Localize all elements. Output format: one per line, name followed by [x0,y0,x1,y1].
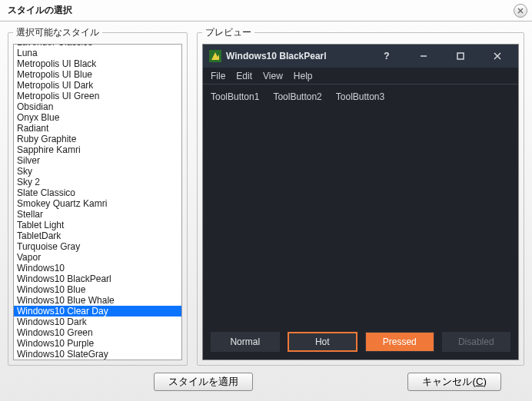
list-item[interactable]: Ruby Graphite [14,134,181,144]
right-column: プレビュー Windows10 BlackPearl ? [197,26,524,366]
list-item[interactable]: Silver [14,155,181,166]
menu-help[interactable]: Help [294,71,313,81]
styles-legend: 選択可能なスタイル [13,26,102,39]
styles-group: 選択可能なスタイル Lavender ClassicoLunaMetropoli… [8,26,188,366]
list-item[interactable]: Luna [14,48,181,58]
toolbutton-3[interactable]: ToolButton3 [336,91,384,102]
preview-window: Windows10 BlackPearl ? File Edit [202,44,519,360]
cancel-mnemonic: C [476,376,484,387]
state-disabled-button: Disabled [442,332,511,352]
list-item[interactable]: Metropolis UI Blue [14,69,181,80]
list-item[interactable]: Obsidian [14,101,181,112]
app-icon [209,50,221,62]
list-item[interactable]: Metropolis UI Green [14,91,181,101]
list-item[interactable]: Windows10 BlackPearl [14,273,181,284]
menu-view[interactable]: View [263,71,283,81]
state-pressed-button[interactable]: Pressed [365,332,434,352]
svg-rect-1 [457,53,464,59]
preview-menubar: File Edit View Help [203,68,518,85]
list-item[interactable]: TabletDark [14,230,181,241]
apply-style-button[interactable]: スタイルを適用 [154,373,253,391]
list-item[interactable]: Radiant [14,123,181,134]
left-column: 選択可能なスタイル Lavender ClassicoLunaMetropoli… [8,26,188,366]
list-item[interactable]: Stellar [14,209,181,220]
preview-titlebar: Windows10 BlackPearl ? [203,45,518,68]
content: 選択可能なスタイル Lavender ClassicoLunaMetropoli… [8,26,524,366]
state-hot-button[interactable]: Hot [288,332,358,352]
list-item[interactable]: Slate Classico [14,187,181,198]
list-item[interactable]: Vapor [14,252,181,263]
list-item[interactable]: Windows10 Blue Whale [14,295,181,306]
list-item[interactable]: Windows10 Green [14,327,181,338]
list-item[interactable]: Tablet Light [14,220,181,230]
preview-legend: プレビュー [202,26,254,39]
toolbutton-1[interactable]: ToolButton1 [211,91,259,102]
styles-list-wrap: Lavender ClassicoLunaMetropolis UI Black… [13,44,182,360]
minimize-icon[interactable] [407,47,440,65]
styles-list[interactable]: Lavender ClassicoLunaMetropolis UI Black… [14,45,181,360]
dialog-titlebar: スタイルの選択 [0,0,532,22]
maximize-icon[interactable] [444,47,477,65]
list-item[interactable]: Windows10 [14,263,181,273]
help-icon[interactable]: ? [371,47,403,65]
menu-edit[interactable]: Edit [236,71,252,81]
list-item[interactable]: Onyx Blue [14,112,181,123]
list-item[interactable]: Turquoise Gray [14,241,181,252]
cancel-label-suffix: ) [484,376,487,387]
menu-file[interactable]: File [211,71,225,81]
cancel-button[interactable]: キャンセル(C) [407,373,501,391]
preview-body [203,109,518,324]
state-normal-button[interactable]: Normal [211,332,280,352]
toolbutton-2[interactable]: ToolButton2 [273,91,321,102]
close-icon[interactable] [514,4,527,18]
list-item[interactable]: Sky 2 [14,177,181,187]
preview-button-row: Normal Hot Pressed Disabled [203,324,518,360]
window-close-icon[interactable] [481,47,514,65]
list-item[interactable]: Smokey Quartz Kamri [14,198,181,209]
list-item[interactable]: Windows10 Clear Day [14,306,181,316]
dialog-footer: スタイルを適用 キャンセル(C) [0,370,532,393]
list-item[interactable]: Sapphire Kamri [14,144,181,155]
list-item[interactable]: Windows10 Dark [14,316,181,327]
preview-window-title: Windows10 BlackPearl [226,51,327,61]
list-item[interactable]: Metropolis UI Black [14,58,181,69]
preview-toolbar: ToolButton1 ToolButton2 ToolButton3 [203,85,518,109]
preview-group: プレビュー Windows10 BlackPearl ? [197,26,524,366]
list-item[interactable]: Metropolis UI Dark [14,80,181,91]
list-item[interactable]: Windows10 Blue [14,284,181,295]
dialog-title: スタイルの選択 [8,4,514,17]
list-item[interactable]: Sky [14,166,181,177]
list-item[interactable]: Windows10 SlateGray [14,349,181,360]
list-item[interactable]: Windows10 Purple [14,338,181,349]
cancel-label-prefix: キャンセル( [422,376,475,387]
